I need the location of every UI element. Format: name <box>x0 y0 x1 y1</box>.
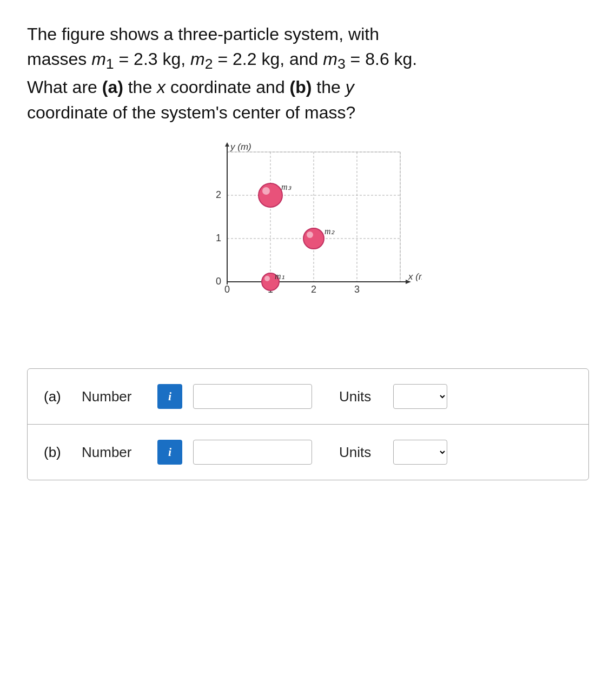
units-label-b: Units <box>339 444 382 461</box>
svg-text:3: 3 <box>354 284 359 295</box>
svg-text:0: 0 <box>215 276 221 287</box>
number-input-a[interactable] <box>193 384 312 409</box>
svg-text:y (m): y (m) <box>230 142 251 152</box>
svg-point-25 <box>262 187 270 195</box>
svg-text:0: 0 <box>224 284 229 295</box>
svg-text:2: 2 <box>310 284 316 295</box>
page-container: The figure shows a three-particle system… <box>0 0 616 502</box>
svg-text:m₁: m₁ <box>275 272 284 281</box>
coordinate-graph: 0 1 2 3 0 1 2 x (m) y (m) m₁ m₃ <box>195 141 422 314</box>
svg-point-28 <box>307 231 313 238</box>
answer-row-a: (a) Number i Units m cm km <box>28 369 588 425</box>
svg-text:1: 1 <box>215 233 221 243</box>
graph-container: 0 1 2 3 0 1 2 x (m) y (m) m₁ m₃ <box>27 141 589 314</box>
svg-point-22 <box>264 276 270 281</box>
svg-marker-11 <box>225 142 229 147</box>
graph-wrapper: 0 1 2 3 0 1 2 x (m) y (m) m₁ m₃ <box>195 141 422 314</box>
number-input-b[interactable] <box>193 440 312 465</box>
svg-text:m₂: m₂ <box>324 227 335 236</box>
svg-text:2: 2 <box>215 189 221 200</box>
units-select-a[interactable]: m cm km <box>393 384 447 409</box>
info-button-a[interactable]: i <box>157 384 182 409</box>
part-label-a: (a) <box>44 388 71 405</box>
svg-text:x (m): x (m) <box>408 272 422 282</box>
svg-point-24 <box>259 183 282 207</box>
answer-row-b: (b) Number i Units m cm km <box>28 425 588 480</box>
part-label-b: (b) <box>44 444 71 461</box>
info-button-b[interactable]: i <box>157 440 182 465</box>
question-text: The figure shows a three-particle system… <box>27 22 589 125</box>
units-select-b[interactable]: m cm km <box>393 440 447 465</box>
svg-text:m₃: m₃ <box>281 182 292 191</box>
svg-point-27 <box>303 228 324 249</box>
units-label-a: Units <box>339 388 382 405</box>
number-label-a: Number <box>82 388 147 405</box>
answer-section: (a) Number i Units m cm km (b) Number i … <box>27 368 589 480</box>
number-label-b: Number <box>82 444 147 461</box>
